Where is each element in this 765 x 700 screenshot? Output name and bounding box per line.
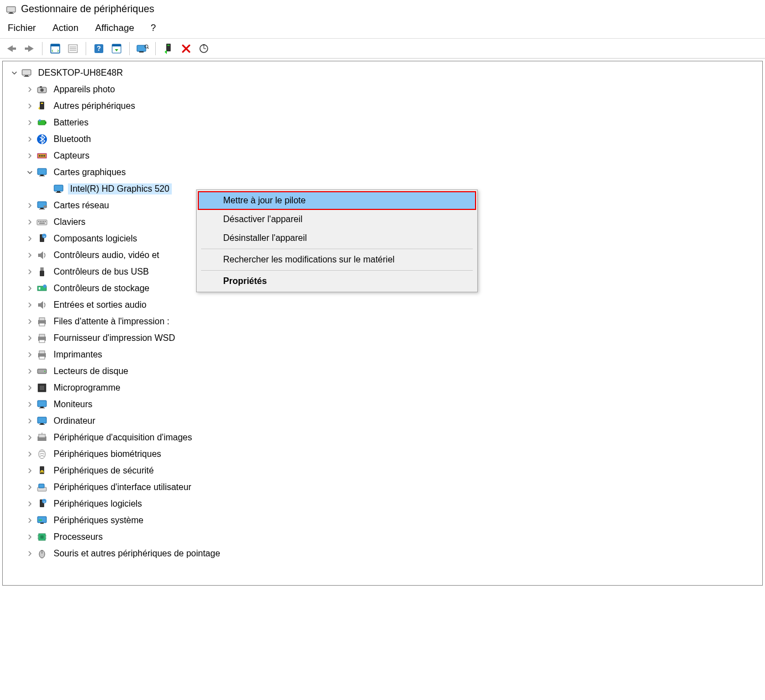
toolbar-enable[interactable]: [161, 41, 176, 56]
tree-category[interactable]: Périphérique d'acquisition d'images: [3, 429, 762, 446]
expander-closed-icon[interactable]: [25, 366, 35, 376]
tree-category[interactable]: Souris et autres périphériques de pointa…: [3, 545, 762, 562]
expander-closed-icon[interactable]: [25, 283, 35, 293]
expander-closed-icon[interactable]: [25, 515, 35, 525]
expander-closed-icon[interactable]: [25, 350, 35, 360]
tree-category[interactable]: Appareils photo: [3, 81, 762, 98]
expander-closed-icon[interactable]: [25, 317, 35, 327]
cm-update-driver[interactable]: Mettre à jour le pilote: [198, 191, 476, 210]
cm-properties[interactable]: Propriétés: [198, 272, 476, 291]
toolbar-uninstall[interactable]: [179, 41, 193, 56]
expander-closed-icon[interactable]: [25, 118, 35, 128]
expander-closed-icon[interactable]: [25, 101, 35, 111]
tree-category[interactable]: Moniteurs: [3, 396, 762, 413]
tree-category[interactable]: Processeurs: [3, 529, 762, 545]
expander-closed-icon[interactable]: [25, 482, 35, 492]
tree-category[interactable]: Fournisseur d'impression WSD: [3, 330, 762, 346]
tree-category[interactable]: Microprogramme: [3, 380, 762, 396]
cm-uninstall-device[interactable]: Désinstaller l'appareil: [198, 229, 476, 248]
tree-category[interactable]: Imprimantes: [3, 346, 762, 363]
menu-view[interactable]: Affichage: [95, 23, 134, 34]
menu-help[interactable]: ?: [151, 23, 156, 34]
cm-disable-device[interactable]: Désactiver l'appareil: [198, 210, 476, 229]
tree-root-label: DESKTOP-UH8E48R: [36, 67, 125, 78]
expander-closed-icon[interactable]: [25, 234, 35, 244]
svg-rect-83: [39, 434, 45, 438]
toolbar-help[interactable]: ?: [92, 41, 106, 56]
tree-category-label: Moniteurs: [51, 399, 94, 410]
expander-closed-icon[interactable]: [25, 383, 35, 393]
toolbar-scan[interactable]: [197, 41, 211, 56]
titlebar: Gestionnaire de périphériques: [0, 0, 765, 18]
tree-category[interactable]: +Périphériques logiciels: [3, 496, 762, 512]
expander-closed-icon[interactable]: [25, 416, 35, 426]
svg-rect-2: [8, 13, 14, 14]
tree-category[interactable]: Entrées et sorties audio: [3, 297, 762, 313]
svg-rect-80: [40, 423, 44, 424]
tree-category-label: Cartes graphiques: [51, 167, 128, 178]
tree-category[interactable]: Lecteurs de disque: [3, 363, 762, 380]
audio-icon: [36, 249, 48, 261]
tree-category-label: Claviers: [51, 217, 88, 228]
biometric-icon: [36, 448, 48, 460]
expander-open-icon[interactable]: [9, 68, 19, 78]
tree-category[interactable]: Périphériques d'interface utilisateur: [3, 479, 762, 496]
toolbar-show[interactable]: [109, 41, 124, 56]
context-menu: Mettre à jour le pilote Désactiver l'app…: [196, 190, 478, 292]
svg-rect-41: [54, 185, 63, 191]
expander-closed-icon[interactable]: [25, 399, 35, 409]
tree-category[interactable]: Autres périphériques: [3, 98, 762, 114]
toolbar-forward[interactable]: [22, 41, 36, 56]
expander-closed-icon[interactable]: [25, 433, 35, 443]
tree-category[interactable]: Périphériques biométriques: [3, 446, 762, 462]
toolbar-sep-2: [86, 42, 86, 55]
tree-category[interactable]: Bluetooth: [3, 131, 762, 148]
expander-closed-icon[interactable]: [25, 217, 35, 227]
expander-closed-icon[interactable]: [25, 300, 35, 310]
expander-closed-icon[interactable]: [25, 250, 35, 260]
tree-root[interactable]: DESKTOP-UH8E48R: [3, 65, 762, 81]
svg-rect-70: [39, 351, 45, 354]
toolbar: ?: [0, 39, 765, 59]
tree-category[interactable]: Périphériques de sécurité: [3, 462, 762, 479]
expander-closed-icon[interactable]: [25, 267, 35, 277]
device-manager-icon: [6, 4, 17, 15]
svg-rect-16: [139, 51, 144, 52]
toolbar-properties-frame[interactable]: [48, 41, 62, 56]
expander-closed-icon[interactable]: [25, 449, 35, 459]
expander-closed-icon[interactable]: [25, 201, 35, 210]
software-icon: +: [36, 233, 48, 245]
tree-category-label: Périphériques d'interface utilisateur: [51, 482, 193, 493]
tree-category-label: Imprimantes: [51, 349, 104, 360]
tree-category-label: Contrôleurs audio, vidéo et: [51, 250, 161, 261]
svg-rect-24: [24, 76, 29, 77]
tree-category-label: Périphériques biométriques: [51, 449, 163, 460]
svg-rect-54: [39, 223, 45, 224]
tree-category[interactable]: Capteurs: [3, 148, 762, 164]
svg-rect-87: [41, 472, 43, 473]
tree-category[interactable]: Files d'attente à l'impression :: [3, 313, 762, 330]
menu-action[interactable]: Action: [52, 23, 78, 34]
expander-closed-icon[interactable]: [25, 549, 35, 559]
svg-text:+: +: [43, 500, 45, 503]
svg-point-62: [43, 285, 46, 288]
tree-category[interactable]: Batteries: [3, 114, 762, 131]
expander-closed-icon[interactable]: [25, 466, 35, 476]
expander-closed-icon[interactable]: [25, 333, 35, 343]
toolbar-update[interactable]: [135, 41, 150, 56]
expander-closed-icon[interactable]: [25, 151, 35, 161]
expander-closed-icon[interactable]: [25, 532, 35, 542]
expander-open-icon[interactable]: [25, 167, 35, 177]
cm-scan-hardware[interactable]: Rechercher les modifications sur le maté…: [198, 250, 476, 269]
toolbar-back[interactable]: [4, 41, 19, 56]
tree-category[interactable]: Périphériques système: [3, 512, 762, 529]
expander-closed-icon[interactable]: [25, 134, 35, 144]
tree-category-label: Périphérique d'acquisition d'images: [51, 432, 194, 443]
mouse-icon: [36, 548, 48, 560]
toolbar-list[interactable]: [66, 41, 80, 56]
menu-file[interactable]: Fichier: [8, 23, 36, 34]
tree-category[interactable]: Ordinateur: [3, 413, 762, 429]
expander-closed-icon[interactable]: [25, 85, 35, 94]
expander-closed-icon[interactable]: [25, 499, 35, 509]
tree-category[interactable]: Cartes graphiques: [3, 164, 762, 181]
